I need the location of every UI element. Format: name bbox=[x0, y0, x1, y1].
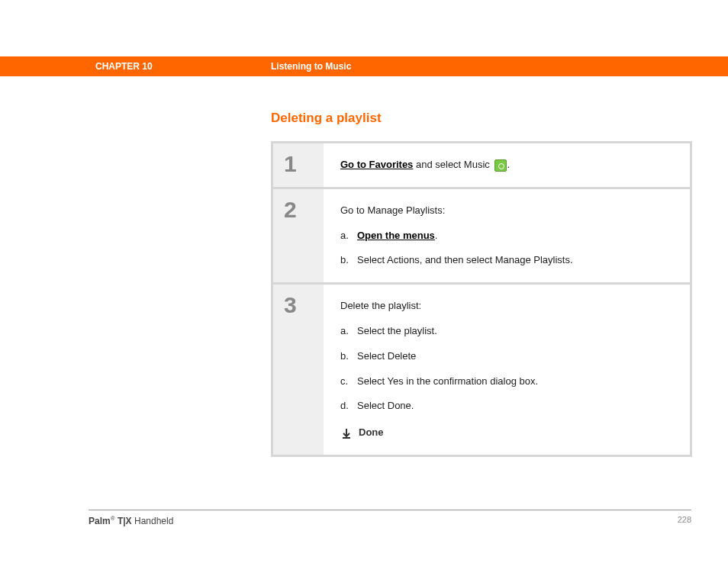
footer-product: Palm® T|X Handheld bbox=[89, 515, 173, 526]
step1-text: and select Music bbox=[413, 159, 492, 170]
steps-table: 1 Go to Favorites and select Music . 2 G… bbox=[271, 141, 692, 457]
step-row-2: 2 Go to Manage Playlists: a. Open the me… bbox=[273, 189, 690, 282]
music-icon bbox=[494, 159, 507, 172]
sub-label: a. bbox=[340, 228, 357, 244]
step2-item-a: a. Open the menus. bbox=[340, 228, 673, 244]
sub-label: a. bbox=[340, 323, 357, 339]
step3-item-c: c. Select Yes in the confirmation dialog… bbox=[340, 374, 673, 390]
sub-content: Open the menus. bbox=[357, 228, 437, 244]
step2-sublist: a. Open the menus. b. Select Actions, an… bbox=[340, 228, 673, 269]
step-number: 3 bbox=[273, 285, 324, 455]
sub-content: Select the playlist. bbox=[357, 323, 437, 339]
done-label: Done bbox=[359, 425, 384, 441]
step2-intro: Go to Manage Playlists: bbox=[340, 203, 673, 219]
step-body: Go to Manage Playlists: a. Open the menu… bbox=[324, 189, 690, 282]
sub-label: c. bbox=[340, 374, 357, 390]
footer-suffix: Handheld bbox=[132, 516, 174, 526]
page-footer: Palm® T|X Handheld 228 bbox=[89, 510, 691, 526]
step3-item-b: b. Select Delete bbox=[340, 349, 673, 365]
footer-brand: Palm bbox=[89, 516, 111, 526]
step-row-1: 1 Go to Favorites and select Music . bbox=[273, 143, 690, 187]
sub-content: Select Yes in the confirmation dialog bo… bbox=[357, 374, 538, 390]
header-title: Listening to Music bbox=[271, 61, 351, 72]
main-content: Deleting a playlist 1 Go to Favorites an… bbox=[271, 111, 692, 457]
go-to-favorites-link[interactable]: Go to Favorites bbox=[340, 159, 413, 170]
step3-item-a: a. Select the playlist. bbox=[340, 323, 673, 339]
page-number: 228 bbox=[678, 515, 691, 526]
step2-item-b: b. Select Actions, and then select Manag… bbox=[340, 253, 673, 269]
section-title: Deleting a playlist bbox=[271, 111, 692, 126]
step-number: 2 bbox=[273, 189, 324, 282]
step3-sublist: a. Select the playlist. b. Select Delete… bbox=[340, 323, 673, 414]
step-body: Delete the playlist: a. Select the playl… bbox=[324, 285, 690, 455]
sub-content: Select Actions, and then select Manage P… bbox=[357, 253, 573, 269]
step3-item-d: d. Select Done. bbox=[340, 398, 673, 414]
sub-label: d. bbox=[340, 398, 357, 414]
step-body: Go to Favorites and select Music . bbox=[324, 143, 690, 187]
done-indicator: Done bbox=[340, 425, 673, 441]
step3-intro: Delete the playlist: bbox=[340, 298, 673, 314]
chapter-label: CHAPTER 10 bbox=[95, 61, 153, 72]
sub-label: b. bbox=[340, 349, 357, 365]
done-arrow-icon bbox=[340, 427, 353, 439]
open-the-menus-link[interactable]: Open the menus bbox=[357, 230, 435, 241]
footer-model: T|X bbox=[115, 516, 132, 526]
step-number: 1 bbox=[273, 143, 324, 187]
step1-period: . bbox=[507, 159, 510, 170]
step-row-3: 3 Delete the playlist: a. Select the pla… bbox=[273, 285, 690, 455]
sub-content: Select Delete bbox=[357, 349, 416, 365]
sub-content: Select Done. bbox=[357, 398, 414, 414]
sub-label: b. bbox=[340, 253, 357, 269]
sub-a-after: . bbox=[435, 230, 438, 241]
chapter-header: CHAPTER 10 Listening to Music bbox=[0, 56, 728, 76]
